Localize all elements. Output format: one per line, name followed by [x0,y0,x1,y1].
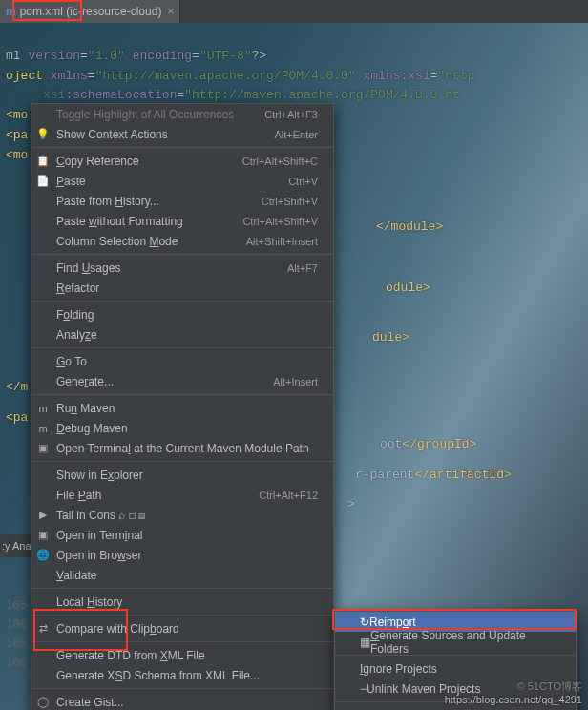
menu-separator [32,641,333,642]
menu-item-icon: ▣ [36,442,50,455]
menu-item-label: Show Context Actions [56,128,168,141]
menu-separator [32,147,333,148]
menu-item-label: Paste from History... [56,195,159,208]
menu-item[interactable]: Find UsagesAlt+F7 [32,258,333,278]
menu-item[interactable]: Analyze [32,324,333,345]
menu-item-label: Generate Sources and Update Folders [370,629,560,656]
menu-item[interactable]: Go To [32,351,333,371]
menu-item-shortcut: Ctrl+Alt+Shift+C [242,156,318,167]
menu-item-label: Validate [56,569,97,582]
menu-item-label: Open Terminal at the Current Maven Modul… [56,442,309,455]
menu-item[interactable]: Generate...Alt+Insert [32,371,333,391]
menu-item-label: Open in Browser [56,549,141,562]
context-menu: Toggle Highlight of All OccurrencesCtrl+… [31,103,334,710]
menu-item-label: Refactor [56,282,99,295]
menu-item-icon: ⇄ [36,622,50,636]
menu-item[interactable]: Show in Explorer [32,465,333,485]
menu-item-shortcut: Alt+F7 [287,262,318,274]
code-fragment: r-parent</artifactId> [349,466,588,486]
menu-item-label: Open in Terminal [56,529,143,542]
menu-item-label: Generate... [56,375,114,388]
menu-item-label: Ignore Projects [360,662,437,676]
menu-item-shortcut: Alt+Insert [273,376,318,387]
menu-item[interactable]: ▶Tail in Cons ⌕ ◻ ▤ [32,505,333,525]
menu-item-icon: m [36,402,50,415]
menu-item-label: Column Selection Mode [56,235,178,248]
menu-item[interactable]: Generate DTD from XML File [32,645,333,665]
editor-tab[interactable]: m pom.xml (ic-resource-cloud) × [0,0,180,23]
menu-item-label: Create Gist... [56,696,124,709]
menu-item[interactable]: ▣Open Terminal at the Current Maven Modu… [32,438,333,458]
menu-item-icon: 💡 [36,128,50,141]
menu-item-icon: 📋 [36,155,50,168]
menu-item[interactable]: mRun Maven [32,398,333,418]
menu-item[interactable]: Ignore Projects [335,658,576,679]
side-panel-text[interactable]: :y Ana [0,534,33,557]
menu-item[interactable]: Local History [32,592,333,612]
menu-item[interactable]: mDebug Maven [32,418,333,438]
menu-item: Toggle Highlight of All OccurrencesCtrl+… [32,104,333,124]
menu-item-label: Folding [56,308,94,322]
menu-separator [32,588,333,589]
menu-item-shortcut: Ctrl+V [288,176,318,187]
watermark: © 51CTO博客 https://blog.csdn.net/qq_4291 [445,679,582,706]
gutter: 106 106 106 106 [0,595,27,672]
menu-item[interactable]: Refactor [32,278,333,298]
menu-separator [32,347,333,348]
menu-separator [32,615,333,616]
menu-item-icon: 📄 [36,175,50,188]
close-icon[interactable]: × [167,5,174,18]
menu-item[interactable]: Paste from History...Ctrl+Shift+V [32,191,333,211]
maven-icon: m [6,5,16,18]
menu-item[interactable]: ⇄Compare with Clipboard [32,618,333,638]
menu-separator [32,461,333,462]
menu-item[interactable]: Generate XSD Schema from XML File... [32,665,333,685]
menu-item[interactable]: ◯Create Gist... [32,692,333,710]
menu-item-label: Run Maven [56,402,115,415]
menu-item-icon: ↻ [360,616,369,629]
menu-item-shortcut: Ctrl+Alt+F12 [259,490,318,501]
menu-item-label: Paste without Formatting [56,215,183,228]
code-fragment: dule> [367,328,588,348]
code-fragment: </module> [370,218,588,238]
menu-item-label: Tail in Cons ⌕ ◻ ▤ [56,509,145,522]
menu-item-icon: ▦ [360,636,370,649]
menu-item-label: Toggle Highlight of All Occurrences [56,108,234,121]
menu-item-label: Find Usages [56,261,120,275]
menu-item-icon: − [360,682,367,696]
menu-item[interactable]: 🌐Open in Browser [32,545,333,565]
menu-item[interactable]: 📄PasteCtrl+V [32,171,333,191]
code-fragment: odule> [380,279,588,299]
menu-separator [32,254,333,255]
menu-item[interactable]: ▣Open in Terminal [32,525,333,545]
menu-item[interactable]: Validate [32,565,333,585]
code-fragment: > [342,495,588,515]
menu-item-label: Reimport [369,616,416,629]
menu-item[interactable]: ▦Generate Sources and Update Folders [335,632,576,652]
menu-item-shortcut: Alt+Enter [274,129,318,140]
menu-item[interactable]: 📋Copy ReferenceCtrl+Alt+Shift+C [32,151,333,171]
menu-item[interactable]: Column Selection ModeAlt+Shift+Insert [32,231,333,251]
tab-bar: m pom.xml (ic-resource-cloud) × [0,0,588,23]
menu-item-icon: 🌐 [36,549,50,562]
menu-item-label: Local History [56,595,122,609]
menu-item-label: Compare with Clipboard [56,622,179,636]
menu-item[interactable]: Folding [32,304,333,324]
menu-item-shortcut: Ctrl+Alt+F3 [264,109,318,120]
menu-item-icon: ◯ [36,696,50,709]
menu-item[interactable]: Paste without FormattingCtrl+Alt+Shift+V [32,211,333,231]
menu-item-label: File Path [56,489,101,502]
menu-item-shortcut: Ctrl+Shift+V [262,196,318,207]
menu-item-label: Generate DTD from XML File [56,649,205,662]
menu-item[interactable]: File PathCtrl+Alt+F12 [32,485,333,505]
menu-separator [32,301,333,302]
code-fragment: oot</groupId> [374,435,588,455]
menu-item-label: Analyze [56,328,97,342]
menu-item-shortcut: Alt+Shift+Insert [246,236,318,247]
menu-item-icon: ▶ [36,509,50,522]
menu-item-label: Generate XSD Schema from XML File... [56,669,260,682]
menu-item-icon: ▣ [36,529,50,542]
menu-item-label: Paste [56,175,86,188]
menu-item[interactable]: 💡Show Context ActionsAlt+Enter [32,124,333,144]
menu-separator [32,394,333,395]
